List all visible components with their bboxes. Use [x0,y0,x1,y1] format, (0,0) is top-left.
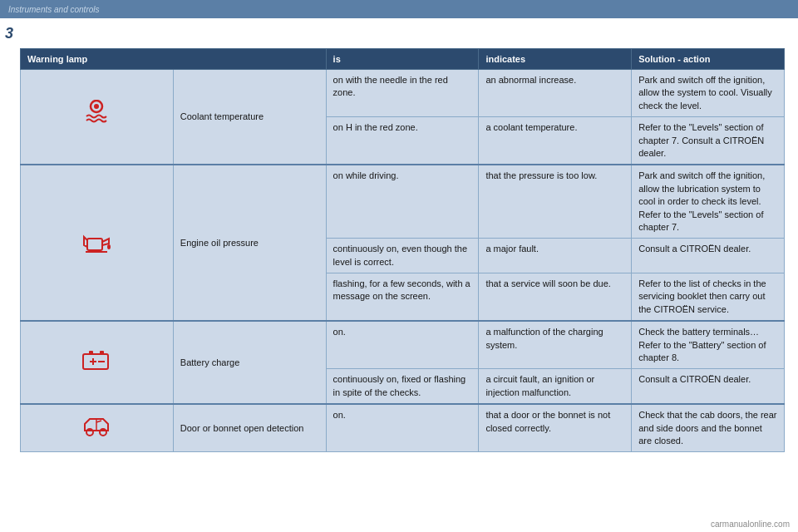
indicates-cell: a coolant temperature. [479,117,632,165]
table-header-row: Warning lamp is indicates Solution - act… [21,49,785,70]
solution-cell: Consult a CITROËN dealer. [632,369,785,404]
svg-rect-2 [87,239,102,250]
is-cell: on. [326,404,479,452]
table-row: Door or bonnet open detectionon.that a d… [21,404,785,452]
solution-cell: Check that the cab doors, the rear and s… [632,404,785,452]
label-cell-coolant: Coolant temperature [173,70,326,165]
col-is: is [326,49,479,70]
is-cell: on with the needle in the red zone. [326,70,479,117]
icon-cell-coolant [21,70,174,165]
solution-cell: Park and switch off the ignition, allow … [632,70,785,117]
solution-cell: Consult a CITROËN dealer. [632,239,785,273]
is-cell: on H in the red zone. [326,117,479,165]
chapter-number: 3 [5,25,13,42]
svg-rect-6 [89,351,93,355]
svg-point-3 [107,244,111,249]
is-cell: continuously on, even though the level i… [326,239,479,273]
label-cell-oil: Engine oil pressure [173,165,326,321]
indicates-cell: a major fault. [479,239,632,273]
breadcrumb: Instruments and controls [8,5,100,14]
indicates-cell: that a service will soon be due. [479,273,632,322]
svg-point-1 [94,104,99,109]
table-row: Engine oil pressureon while driving.that… [21,165,785,238]
main-content: Warning lamp is indicates Solution - act… [0,42,798,459]
solution-cell: Check the battery terminals… Refer to th… [632,321,785,369]
icon-cell-oil [21,165,174,321]
col-indicates: indicates [479,49,632,70]
indicates-cell: that a door or the bonnet is not closed … [479,404,632,452]
solution-cell: Park and switch off the ignition, allow … [632,165,785,238]
table-row: Coolant temperatureon with the needle in… [21,70,785,117]
indicates-cell: a malfunction of the charging system. [479,321,632,369]
is-cell: continuously on, fixed or flashing in sp… [326,369,479,404]
is-cell: on. [326,321,479,369]
label-cell-battery: Battery charge [173,321,326,404]
top-header: Instruments and controls [0,0,798,18]
icon-cell-battery [21,321,174,404]
indicates-cell: that the pressure is too low. [479,165,632,238]
table-row: Battery chargeon.a malfunction of the ch… [21,321,785,369]
warning-lamp-table: Warning lamp is indicates Solution - act… [20,48,785,452]
indicates-cell: a circuit fault, an ignition or injectio… [479,369,632,404]
label-cell-door: Door or bonnet open detection [173,404,326,452]
is-cell: on while driving. [326,165,479,238]
watermark: carmanualonline.com [711,520,790,529]
svg-rect-7 [100,351,104,355]
icon-cell-door [21,404,174,452]
indicates-cell: an abnormal increase. [479,70,632,117]
is-cell: flashing, for a few seconds, with a mess… [326,273,479,322]
col-warning-lamp: Warning lamp [21,49,327,70]
col-solution: Solution - action [632,49,785,70]
solution-cell: Refer to the list of checks in the servi… [632,273,785,322]
solution-cell: Refer to the "Levels" section of chapter… [632,117,785,165]
